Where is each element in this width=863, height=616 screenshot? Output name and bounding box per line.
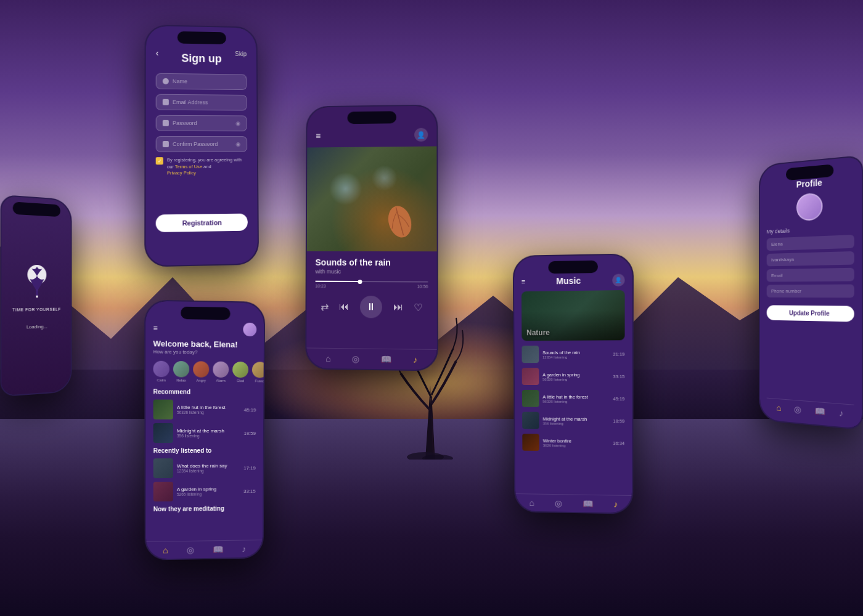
mood-strip: Calm Relax Angry Alarm Glad Fussy — [145, 358, 264, 386]
mood-angry[interactable]: Angry — [193, 361, 209, 383]
music-menu-icon[interactable]: ≡ — [521, 278, 525, 285]
track-thumb-rain — [153, 458, 173, 478]
eye-icon[interactable]: ◉ — [235, 120, 240, 126]
eye-confirm-icon[interactable]: ◉ — [235, 141, 240, 147]
player-controls: ⇄ ⏮ ⏸ ⏭ ♡ — [306, 292, 436, 324]
music-nav-library[interactable]: 📖 — [583, 499, 593, 509]
music-nav-home[interactable]: ⌂ — [529, 498, 534, 508]
mood-alarm[interactable]: Alarm — [213, 362, 229, 383]
music-meta-1: 12354 listening — [542, 355, 609, 359]
home-user-avatar[interactable] — [243, 323, 256, 336]
home-nav-search[interactable]: ◎ — [187, 545, 194, 555]
track-meta-1: 56326 listening — [177, 410, 240, 415]
signup-back-button[interactable]: ‹ — [156, 48, 159, 58]
phone-music: ≡ Music 👤 Nature Sounds of the rain 1235… — [513, 253, 634, 514]
profile-nav-search[interactable]: ◎ — [795, 404, 801, 415]
profile-update-button[interactable]: Update Profile — [767, 305, 854, 322]
signup-confirm-field[interactable]: Confirm Password ◉ — [156, 136, 248, 152]
mood-avatar-alarm — [213, 362, 229, 378]
track-name-1: A little hut in the forest — [177, 405, 240, 410]
track-dur-1: 45:19 — [244, 407, 256, 413]
mood-calm[interactable]: Calm — [153, 361, 169, 383]
track-recommend-1[interactable]: A little hut in the forest 56326 listeni… — [145, 397, 263, 421]
home-nav-library[interactable]: 📖 — [213, 545, 223, 554]
profile-field-phone[interactable]: Phone number — [767, 285, 854, 298]
music-dur-3: 45:19 — [613, 396, 624, 402]
track-recommend-2[interactable]: Midnight at the marsh 356 listening 18:5… — [145, 421, 263, 445]
music-header: ≡ Music 👤 — [514, 254, 632, 291]
home-nav-home[interactable]: ⌂ — [163, 545, 168, 555]
pause-button[interactable]: ⏸ — [360, 296, 382, 318]
music-track-4[interactable]: Midnight at the marsh 356 listening 18:5… — [515, 410, 632, 432]
player-nav-library[interactable]: 📖 — [381, 354, 391, 364]
home-welcome: Welcome back, Elena! How are you today? — [145, 339, 264, 360]
music-nav-music[interactable]: ♪ — [613, 499, 618, 509]
player-progress[interactable]: 10:23 10:56 — [307, 277, 437, 293]
music-thumb-bonfire — [522, 434, 539, 451]
signup-terms: ✓ By registering, you are agreeing with … — [156, 157, 248, 177]
meditating-section: Now they are meditating — [146, 502, 263, 514]
privacy-link[interactable]: Privacy Policy — [167, 170, 196, 176]
music-info-5: Winter bonfire 3626 listening — [543, 438, 610, 448]
music-hero-banner[interactable]: Nature — [521, 290, 625, 341]
music-dur-5: 36:34 — [613, 440, 624, 446]
music-track-1[interactable]: Sounds of the rain 12354 listening 21:19 — [515, 342, 632, 365]
music-name-1: Sounds of the rain — [542, 349, 609, 355]
next-button[interactable]: ⏭ — [393, 301, 403, 312]
music-track-5[interactable]: Winter bonfire 3626 listening 36:34 — [515, 431, 632, 454]
progress-bar-handle[interactable] — [358, 279, 362, 283]
profile-field-email[interactable]: Email — [767, 268, 854, 282]
player-nav-search[interactable]: ◎ — [352, 354, 359, 363]
time-current: 10:23 — [315, 284, 325, 288]
signup-skip-button[interactable]: Skip — [235, 51, 247, 57]
signup-password-field[interactable]: Password ◉ — [156, 115, 247, 131]
profile-nav-library[interactable]: 📖 — [815, 406, 825, 417]
profile-field-lastname[interactable]: Ivanitskaya — [767, 251, 854, 266]
terms-link[interactable]: Terms of Use — [175, 164, 202, 169]
time-total: 10:56 — [417, 284, 428, 288]
music-bottom-nav: ⌂ ◎ 📖 ♪ — [515, 493, 632, 513]
mood-glad[interactable]: Glad — [232, 362, 248, 383]
track-thumb-marsh — [153, 423, 173, 443]
player-menu-icon[interactable]: ≡ — [316, 131, 321, 141]
home-nav-music[interactable]: ♪ — [242, 544, 246, 554]
home-header: ≡ — [145, 301, 264, 340]
player-nav-home[interactable]: ⌂ — [325, 354, 330, 363]
profile-nav-music[interactable]: ♪ — [839, 408, 843, 418]
mood-fussy[interactable]: Fussy — [252, 362, 264, 383]
player-nav-music[interactable]: ♪ — [413, 355, 417, 365]
player-user-icon[interactable]: 👤 — [414, 128, 428, 142]
signup-name-field[interactable]: Name — [156, 73, 247, 90]
track-recent-2[interactable]: A garden in spring 5265 listening 33:15 — [146, 479, 263, 503]
signup-email-placeholder: Email Address — [173, 99, 208, 105]
signup-email-field[interactable]: Email Address — [156, 94, 247, 111]
favorite-button[interactable]: ♡ — [414, 301, 422, 313]
music-track-2[interactable]: A garden in spring 56326 listening 33:15 — [515, 365, 632, 387]
music-info-3: A little hut in the forest 56326 listeni… — [542, 394, 609, 403]
profile-nav-home[interactable]: ⌂ — [777, 403, 782, 413]
track-info-4: A garden in spring 5265 listening — [177, 486, 240, 496]
track-recent-1[interactable]: What does the rain say 12354 listening 1… — [146, 456, 263, 480]
music-info-4: Midnight at the marsh 356 listening — [543, 416, 610, 425]
mood-label-glad: Glad — [237, 379, 245, 383]
track-info-2: Midnight at the marsh 356 listening — [177, 428, 240, 438]
home-menu-icon[interactable]: ≡ — [153, 324, 157, 333]
music-nav-search[interactable]: ◎ — [555, 498, 562, 508]
mood-label-fussy: Fussy — [255, 379, 264, 383]
music-meta-2: 56326 listening — [542, 377, 609, 381]
music-meta-3: 56326 listening — [542, 399, 609, 403]
mood-avatar-relax — [173, 361, 189, 378]
svg-rect-6 — [36, 289, 38, 295]
music-info-1: Sounds of the rain 12354 listening — [542, 349, 609, 359]
track-info-1: A little hut in the forest 56326 listeni… — [177, 405, 240, 415]
music-dur-4: 18:59 — [613, 418, 624, 424]
music-user-icon[interactable]: 👤 — [612, 274, 624, 286]
music-hero-overlay — [521, 290, 625, 341]
signup-register-button[interactable]: Registration — [156, 213, 248, 232]
prev-button[interactable]: ⏮ — [339, 301, 349, 312]
signup-checkbox[interactable]: ✓ — [156, 157, 163, 164]
music-track-3[interactable]: A little hut in the forest 56326 listeni… — [515, 387, 632, 410]
mood-relax[interactable]: Relax — [173, 361, 189, 383]
shuffle-icon[interactable]: ⇄ — [321, 301, 329, 312]
profile-field-firstname[interactable]: Elena — [767, 235, 854, 251]
